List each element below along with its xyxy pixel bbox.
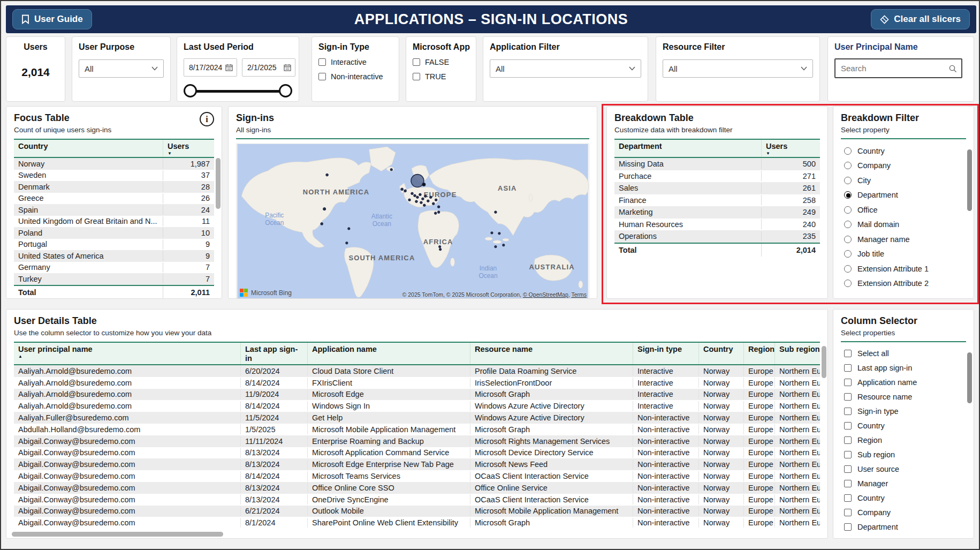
column-header-users[interactable]: Users ▼ — [761, 140, 820, 157]
user-details-row[interactable]: Abigail.Conway@bsuredemo.com 8/13/2024 O… — [14, 494, 820, 506]
column-header-users[interactable]: Users ▼ — [163, 140, 214, 157]
user-details-row[interactable]: Abigail.Conway@bsuredemo.com 8/13/2024 M… — [14, 447, 820, 459]
world-map[interactable]: NORTH AMERICA SOUTH AMERICA EUROPE AFRIC… — [236, 144, 589, 299]
breakdown-filter-option[interactable]: Extension Attribute 2 — [841, 276, 966, 291]
breakdown-filter-option[interactable]: Country — [841, 144, 966, 159]
breakdown-table-row[interactable]: Purchace 271 — [614, 170, 820, 183]
openstreetmap-link[interactable]: © OpenStreetMap — [523, 291, 568, 298]
user-details-vertical-scrollbar[interactable] — [822, 346, 826, 378]
focus-table-row[interactable]: Portugal 9 — [14, 239, 214, 251]
sign-in-type-cell: Non-interactive — [633, 424, 698, 434]
focus-table-row[interactable]: United Kingdom of Great Britain and N...… — [14, 216, 214, 228]
column-selector-option[interactable]: User source — [841, 462, 966, 476]
focus-table-row[interactable]: United States of America 9 — [14, 250, 214, 262]
column-selector-scrollbar[interactable] — [967, 352, 972, 403]
norway-signin-bubble[interactable] — [411, 175, 424, 187]
breakdown-table-row[interactable]: Marketing 249 — [614, 206, 820, 219]
breakdown-filter-option[interactable]: Job title — [841, 247, 966, 262]
sign-in-type-option[interactable]: Interactive — [318, 58, 392, 66]
column-selector-option[interactable]: Select all — [841, 346, 966, 360]
radio-icon — [844, 162, 852, 169]
breakdown-table-row[interactable]: Sales 261 — [614, 182, 820, 194]
checkbox-icon — [844, 465, 852, 473]
user-details-row[interactable]: Aaliyah.Arnold@bsuredemo.com 11/9/2024 M… — [14, 389, 820, 401]
user-purpose-dropdown[interactable]: All — [79, 59, 164, 78]
focus-table-row[interactable]: Denmark 28 — [14, 181, 214, 193]
breakdown-filter-scrollbar[interactable] — [967, 149, 972, 211]
column-header-sub-region[interactable]: Sub region — [774, 343, 820, 364]
end-date-field[interactable] — [242, 58, 295, 77]
breakdown-filter-option[interactable]: Extension Attribute 1 — [841, 261, 966, 276]
date-range-slider[interactable] — [184, 84, 292, 98]
search-field[interactable] — [834, 58, 962, 78]
user-details-row[interactable]: Abigail.Conway@bsuredemo.com 8/13/2024 M… — [14, 458, 820, 470]
breakdown-table-row[interactable]: Human Resources 240 — [614, 219, 820, 231]
microsoft-app-option[interactable]: FALSE — [413, 58, 469, 66]
start-date-field[interactable] — [184, 58, 237, 77]
focus-table-row[interactable]: Poland 10 — [14, 227, 214, 239]
terms-link[interactable]: Terms — [571, 291, 587, 298]
column-header-department[interactable]: Department — [614, 140, 761, 157]
user-details-row[interactable]: Aaliyah.Arnold@bsuredemo.com 8/14/2024 F… — [14, 377, 820, 389]
breakdown-filter-option[interactable]: Department — [841, 188, 966, 203]
column-selector-option[interactable]: Department — [841, 519, 966, 534]
slider-track[interactable] — [189, 90, 287, 93]
column-header-user-principal-name[interactable]: User principal name ▲ — [14, 343, 240, 364]
column-selector-option[interactable]: Sub region — [841, 447, 966, 462]
user-details-row[interactable]: Abigail.Conway@bsuredemo.com 6/21/2024 O… — [14, 506, 820, 517]
focus-table-row[interactable]: Norway 1,987 — [14, 158, 214, 170]
breakdown-filter-option[interactable]: Company — [841, 159, 966, 174]
column-header-last-app-sign-in[interactable]: Last app sign-in — [240, 343, 307, 364]
signin-bubble-small[interactable] — [422, 183, 426, 186]
info-icon[interactable]: i — [200, 112, 214, 126]
column-selector-option[interactable]: Application name — [841, 375, 966, 389]
breakdown-filter-option[interactable]: City — [841, 173, 966, 188]
breakdown-table-total-row: Total 2,014 — [614, 243, 820, 257]
column-header-application-name[interactable]: Application name — [307, 343, 470, 364]
focus-table-row[interactable]: Turkey 7 — [14, 273, 214, 285]
column-selector-option[interactable]: Country — [841, 491, 966, 505]
column-selector-option[interactable]: Region — [841, 433, 966, 447]
column-header-country[interactable]: Country — [698, 343, 743, 364]
breakdown-table-row[interactable]: Finance 258 — [614, 194, 820, 207]
column-header-resource-name[interactable]: Resource name — [470, 343, 633, 364]
application-filter-dropdown[interactable]: All — [490, 59, 641, 78]
focus-table-row[interactable]: Germany 7 — [14, 262, 214, 274]
breakdown-table-row[interactable]: Operations 235 — [614, 230, 820, 243]
user-details-row[interactable]: Aaliyah.Arnold@bsuredemo.com 8/14/2024 W… — [14, 400, 820, 412]
application-name-cell: Windows Sign In — [307, 401, 470, 411]
search-input[interactable] — [840, 63, 948, 73]
breakdown-filter-option[interactable]: Manager name — [841, 232, 966, 247]
resource-filter-dropdown[interactable]: All — [663, 59, 813, 78]
user-details-row[interactable]: Abigail.Conway@bsuredemo.com 8/14/2024 M… — [14, 470, 820, 482]
user-details-row[interactable]: Aaliyah.Fuller@bsuredemo.com 11/5/2024 G… — [14, 412, 820, 424]
user-details-row[interactable]: Aaliyah.Arnold@bsuredemo.com 6/20/2024 C… — [14, 365, 820, 377]
breakdown-filter-option[interactable]: Mail domain — [841, 217, 966, 232]
user-details-row[interactable]: Abigail.Conway@bsuredemo.com 11/11/2024 … — [14, 435, 820, 447]
user-details-row[interactable]: Abigail.Conway@bsuredemo.com 8/1/2024 Sh… — [14, 517, 820, 528]
column-selector-option[interactable]: Resource name — [841, 389, 966, 404]
column-header-country[interactable]: Country — [14, 140, 163, 157]
focus-table-scrollbar[interactable] — [216, 158, 221, 209]
breakdown-filter-option[interactable]: Office — [841, 202, 966, 217]
column-header-sign-in-type[interactable]: Sign-in type — [633, 343, 698, 364]
user-details-row[interactable]: Abdullah.Holland@bsuredemo.com 1/5/2025 … — [14, 424, 820, 435]
column-selector-option[interactable]: Manager — [841, 476, 966, 491]
slider-handle-start[interactable] — [184, 84, 197, 97]
end-date-input[interactable] — [246, 63, 284, 72]
user-details-horizontal-scrollbar[interactable] — [12, 532, 223, 537]
user-details-row[interactable]: Abigail.Conway@bsuredemo.com 8/13/2024 O… — [14, 482, 820, 494]
breakdown-table-row[interactable]: Missing Data 500 — [614, 158, 820, 170]
column-selector-option[interactable]: Sign-in type — [841, 404, 966, 418]
sign-in-type-option[interactable]: Non-interactive — [318, 72, 392, 81]
slider-handle-end[interactable] — [279, 84, 292, 97]
focus-table-row[interactable]: Sweden 37 — [14, 170, 214, 182]
focus-table-row[interactable]: Greece 26 — [14, 193, 214, 205]
start-date-input[interactable] — [188, 63, 225, 72]
column-selector-option[interactable]: Company — [841, 505, 966, 519]
microsoft-app-option[interactable]: TRUE — [413, 72, 469, 81]
column-selector-option[interactable]: Country — [841, 418, 966, 433]
focus-table-row[interactable]: Spain 24 — [14, 204, 214, 216]
column-selector-option[interactable]: Last app sign-in — [841, 360, 966, 375]
column-header-region[interactable]: Region — [743, 343, 774, 364]
